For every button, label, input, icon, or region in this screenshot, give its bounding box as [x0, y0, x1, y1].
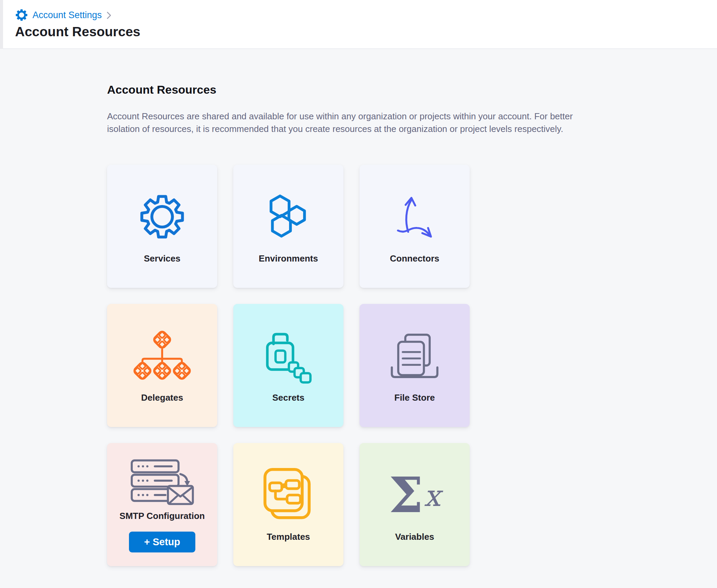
collapsed-nav-strip [0, 0, 3, 49]
card-label: Variables [395, 532, 434, 542]
smtp-setup-button[interactable]: + Setup [129, 532, 195, 552]
environments-icon [264, 189, 313, 244]
card-label: SMTP Configuration [119, 511, 205, 521]
breadcrumb-label: Account Settings [32, 10, 102, 21]
page-header: Account Settings Account Resources [0, 0, 717, 49]
section-heading: Account Resources [107, 83, 696, 96]
section-description: Account Resources are shared and availab… [107, 110, 607, 135]
variables-icon: Σ x [389, 467, 441, 523]
card-label: Delegates [141, 392, 183, 403]
settings-gear-icon [15, 9, 28, 22]
smtp-setup-button-label: + Setup [144, 536, 180, 547]
templates-icon [261, 467, 315, 523]
breadcrumb: Account Settings [15, 0, 717, 22]
card-connectors[interactable]: Connectors [360, 165, 470, 288]
sigma-glyph: Σ [389, 471, 423, 519]
card-label: Services [144, 253, 181, 264]
card-label: File Store [394, 392, 435, 403]
card-label: Environments [259, 253, 318, 264]
card-label: Templates [267, 532, 310, 542]
resource-card-grid: Services Environments [107, 165, 696, 566]
connectors-icon [389, 189, 440, 244]
chevron-right-icon [106, 11, 112, 20]
x-glyph: x [424, 481, 441, 510]
filestore-icon [387, 328, 442, 384]
card-delegates[interactable]: Delegates [107, 304, 217, 427]
breadcrumb-link-account-settings[interactable]: Account Settings [15, 9, 102, 22]
card-label: Connectors [390, 253, 439, 264]
card-templates[interactable]: Templates [233, 443, 343, 566]
secrets-icon [263, 328, 314, 384]
card-filestore[interactable]: File Store [360, 304, 470, 427]
page-title: Account Resources [15, 25, 717, 39]
card-environments[interactable]: Environments [233, 165, 343, 288]
services-icon [139, 189, 185, 244]
card-variables[interactable]: Σ x Variables [360, 443, 470, 566]
delegates-icon [132, 328, 193, 384]
card-services[interactable]: Services [107, 165, 217, 288]
card-smtp-configuration[interactable]: SMTP Configuration + Setup [107, 443, 217, 566]
main-content: Account Resources Account Resources are … [0, 49, 717, 566]
card-label: Secrets [272, 392, 304, 403]
card-secrets[interactable]: Secrets [233, 304, 343, 427]
smtp-icon [129, 457, 196, 508]
